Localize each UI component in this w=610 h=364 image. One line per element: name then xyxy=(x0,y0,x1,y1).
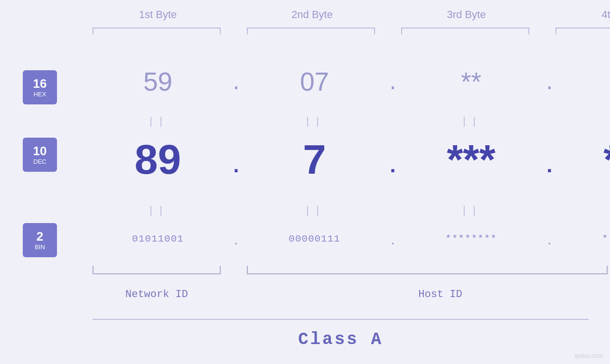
bin-byte2: 00000111 xyxy=(249,226,380,244)
byte2-header: 2nd Byte xyxy=(247,9,377,21)
eq1-b2: || xyxy=(249,116,380,128)
hex-dot3: . xyxy=(536,69,563,95)
eq1-b1: || xyxy=(93,116,223,128)
bin-byte4: ******** xyxy=(563,226,610,244)
dec-badge-label: DEC xyxy=(33,158,46,165)
equals-row-1: || || || || xyxy=(93,116,610,128)
hex-badge: 16 HEX xyxy=(23,70,57,104)
bin-dot1: . xyxy=(223,223,249,248)
eq1-b4: || xyxy=(563,116,610,128)
dec-byte1: 89 xyxy=(93,135,223,184)
bin-dot2: . xyxy=(380,223,406,248)
bin-badge-label: BIN xyxy=(35,243,45,251)
byte4-header: 4th Byte xyxy=(555,9,610,21)
top-bracket-1 xyxy=(93,28,221,34)
top-bracket-3 xyxy=(401,28,529,34)
eq2-b4: || xyxy=(563,205,610,217)
hex-dot1: . xyxy=(223,69,249,95)
dec-dot3: . xyxy=(536,140,563,178)
dec-badge-num: 10 xyxy=(33,144,47,158)
byte-headers: 1st Byte 2nd Byte 3rd Byte 4th Byte xyxy=(93,9,610,21)
equals-row-2: || || || || xyxy=(93,205,610,217)
byte3-header: 3rd Byte xyxy=(401,9,532,21)
dec-byte3: *** xyxy=(406,135,536,184)
dec-badge: 10 DEC xyxy=(23,138,57,172)
eq1-b3: || xyxy=(406,116,536,128)
bin-dot3: . xyxy=(536,223,563,248)
eq2-b1: || xyxy=(93,205,223,217)
host-bracket xyxy=(247,266,608,274)
bin-byte3: ******** xyxy=(406,226,536,244)
hex-values-row: 59 . 07 . ** . ** xyxy=(93,66,610,97)
top-brackets xyxy=(93,28,610,34)
hex-badge-num: 16 xyxy=(33,77,47,91)
bin-badge: 2 BIN xyxy=(23,223,57,257)
class-divider xyxy=(93,319,589,320)
network-bracket xyxy=(93,266,221,274)
top-bracket-2 xyxy=(247,28,375,34)
hex-badge-label: HEX xyxy=(34,91,47,98)
dec-byte4: *** xyxy=(563,135,610,184)
id-labels: Network ID Host ID xyxy=(93,289,610,300)
hex-byte4: ** xyxy=(563,66,610,97)
dec-dot2: . xyxy=(380,140,406,178)
bin-badge-num: 2 xyxy=(37,230,43,243)
bin-values-row: 01011001 . 00000111 . ******** . *******… xyxy=(93,223,610,248)
hex-byte1: 59 xyxy=(93,66,223,97)
top-bracket-4 xyxy=(555,28,610,34)
watermark: ipshu.com xyxy=(575,352,603,359)
class-a-label: Class A xyxy=(93,330,589,349)
dec-byte2: 7 xyxy=(249,135,380,184)
bottom-brackets xyxy=(93,266,608,274)
byte1-header: 1st Byte xyxy=(93,9,223,21)
hex-byte3: ** xyxy=(406,66,536,97)
hex-dot2: . xyxy=(380,69,406,95)
hex-byte2: 07 xyxy=(249,66,380,97)
dec-dot1: . xyxy=(223,140,249,178)
bin-byte1: 01011001 xyxy=(93,226,223,244)
host-id-label: Host ID xyxy=(247,289,610,300)
eq2-b3: || xyxy=(406,205,536,217)
dec-values-row: 89 . 7 . *** . *** xyxy=(93,135,610,184)
eq2-b2: || xyxy=(249,205,380,217)
network-id-label: Network ID xyxy=(93,289,221,300)
